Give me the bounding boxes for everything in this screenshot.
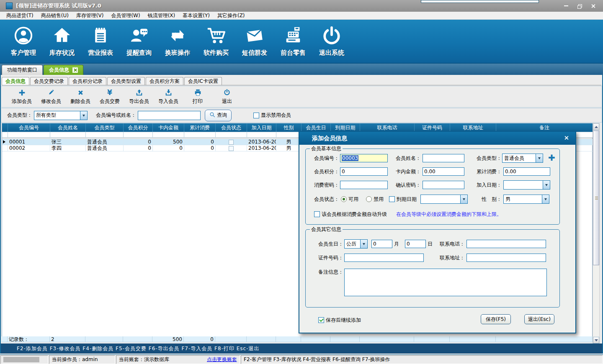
action-0[interactable]: 添加会员 [7, 87, 36, 106]
birthday-day-field[interactable] [405, 240, 426, 248]
subtab-3[interactable]: 会员类型设置 [107, 77, 145, 85]
exit-button[interactable]: 退出(Esc) [524, 314, 554, 324]
address-field[interactable] [466, 254, 546, 262]
column-header-10[interactable]: 到期日期 [331, 123, 360, 132]
gender-select[interactable]: 男 [503, 195, 549, 204]
confirm-password-field[interactable] [423, 181, 464, 189]
toolbar-item-2[interactable]: 营业报表 [81, 20, 120, 62]
filter-cell[interactable] [247, 132, 276, 138]
menu-item-2[interactable]: 库存管理(V) [72, 12, 108, 20]
chevron-down-icon[interactable] [360, 240, 367, 248]
password-field[interactable] [340, 181, 388, 189]
status-checkbox[interactable] [229, 140, 234, 145]
subtab-1[interactable]: 会员交费记录 [30, 77, 68, 85]
column-header-6[interactable]: 会员状态 [216, 123, 247, 132]
column-header-3[interactable]: 会员积分 [124, 123, 153, 132]
column-header-14[interactable]: 备注 [496, 123, 593, 132]
filter-cell[interactable] [86, 132, 124, 138]
chevron-down-icon[interactable] [543, 181, 550, 189]
vertical-scrollbar[interactable] [593, 123, 600, 344]
cell[interactable]: 00002 [8, 145, 50, 151]
column-header-11[interactable]: 联系电话 [360, 123, 415, 132]
row-selector-cell[interactable] [2, 139, 8, 145]
cell[interactable]: 张三 [50, 139, 86, 145]
balance-field[interactable] [423, 167, 464, 176]
cell[interactable]: 2013-06-20 [247, 145, 276, 151]
cell[interactable] [216, 139, 247, 145]
upgrade-hint-link[interactable]: 在会员等级中必须设置消费金额的下限和上限。 [396, 211, 502, 218]
column-header-1[interactable]: 会员姓名 [50, 123, 86, 132]
chevron-down-icon[interactable] [536, 154, 543, 162]
member-type-select[interactable]: 所有类型 [34, 111, 88, 120]
subtab-5[interactable]: 会员IC卡设置 [184, 77, 222, 85]
member-name-field[interactable] [423, 154, 464, 162]
toolbar-item-4[interactable]: 换班操作 [158, 20, 197, 62]
column-header-12[interactable]: 证件号码 [415, 123, 450, 132]
show-disabled-checkbox[interactable] [253, 113, 259, 118]
scroll-down-button[interactable] [593, 337, 599, 343]
chevron-down-icon[interactable] [80, 111, 87, 120]
dialog-close-icon[interactable] [564, 136, 569, 140]
cell[interactable]: 李四 [50, 145, 86, 151]
cell[interactable]: 男 [276, 145, 302, 151]
toolbar-item-3[interactable]: 提醒查询 [120, 20, 158, 62]
minimize-button[interactable] [560, 2, 572, 10]
expire-date-select[interactable] [420, 195, 468, 204]
column-header-7[interactable]: 加入日期 [247, 123, 276, 132]
chevron-down-icon[interactable] [542, 195, 549, 203]
column-header-8[interactable]: 性别 [276, 123, 302, 132]
action-3[interactable]: ¥会员交费 [95, 87, 124, 106]
status-disabled-radio[interactable] [366, 196, 372, 202]
chevron-down-icon[interactable] [460, 195, 467, 203]
query-button[interactable]: 查询 [205, 110, 232, 121]
menu-item-4[interactable]: 钱流管理(X) [144, 12, 179, 20]
toolbar-item-7[interactable]: 前台零售 [274, 20, 312, 62]
menu-item-0[interactable]: 商品进货(T) [3, 12, 37, 20]
cell[interactable]: 0 [124, 139, 153, 145]
cell[interactable]: 0 [184, 145, 216, 151]
action-2[interactable]: 删除会员 [66, 87, 95, 106]
remark-textarea[interactable] [344, 269, 547, 296]
toolbar-item-6[interactable]: 短信群发 [235, 20, 274, 62]
filter-cell[interactable] [8, 132, 50, 138]
action-5[interactable]: 导入会员 [154, 87, 183, 106]
birthday-month-field[interactable] [371, 240, 392, 248]
filter-cell[interactable] [2, 132, 8, 138]
row-selector-cell[interactable] [2, 145, 8, 151]
filter-cell[interactable] [124, 132, 153, 138]
cell[interactable] [216, 145, 247, 151]
cell[interactable]: 普通会员 [86, 145, 124, 151]
birthday-calendar-select[interactable]: 公历 [344, 239, 368, 249]
tab-0[interactable]: 功能导航窗口 [2, 65, 43, 75]
action-1[interactable]: 修改会员 [36, 87, 66, 106]
menu-item-5[interactable]: 基本设置(Y) [179, 12, 214, 20]
cell[interactable]: 普通会员 [86, 139, 124, 145]
column-header-2[interactable]: 会员类型 [86, 123, 124, 132]
column-header-0[interactable]: 会员编号 [8, 123, 50, 132]
menu-item-6[interactable]: 其它操作(Z) [214, 12, 249, 20]
action-7[interactable]: 退出 [212, 87, 242, 106]
member-type-select-dlg[interactable]: 普通会员 [502, 154, 543, 163]
switch-account-link[interactable]: 点击更换账套 [207, 356, 237, 363]
cell[interactable]: 男 [276, 139, 302, 145]
save-button[interactable]: 保存(F5) [481, 314, 511, 324]
filter-cell[interactable] [216, 132, 247, 138]
cell[interactable]: 0 [153, 145, 184, 151]
member-no-field[interactable]: 00003 [340, 154, 388, 162]
status-checkbox[interactable] [229, 146, 234, 151]
cell[interactable]: 0 [124, 145, 153, 151]
filter-cell[interactable] [276, 132, 302, 138]
menu-item-1[interactable]: 商品销售(U) [37, 12, 72, 20]
expire-date-checkbox[interactable] [389, 196, 395, 202]
menu-item-3[interactable]: 会员管理(W) [107, 12, 144, 20]
auto-upgrade-checkbox[interactable] [314, 211, 320, 217]
action-4[interactable]: 导出会员 [124, 87, 154, 106]
action-6[interactable]: 打印 [183, 87, 212, 106]
subtab-0[interactable]: 会员信息 [2, 77, 29, 85]
column-header-9[interactable]: 会员生日 [302, 123, 331, 132]
status-enabled-radio[interactable] [341, 196, 347, 202]
cell[interactable]: 0 [184, 139, 216, 145]
join-date-select[interactable] [503, 180, 550, 190]
cell[interactable]: 500 [153, 139, 184, 145]
cell[interactable]: 00001 [8, 139, 50, 145]
